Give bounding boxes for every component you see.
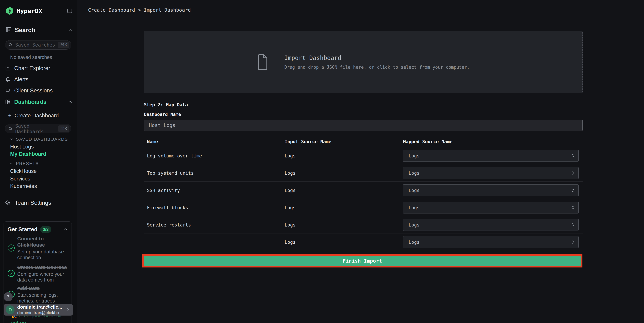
progress-badge: 3/3 [40, 226, 51, 233]
user-account-chip[interactable]: D dominic.tran@clic... dominic.tran@clic… [4, 304, 73, 315]
table-row: Top systemd units Logs Logs [144, 164, 582, 182]
shortcut-badge: ⌘K [58, 125, 69, 132]
table-row: Log volume over time Logs Logs [144, 147, 582, 164]
laptop-icon [5, 88, 10, 93]
user-name: dominic.tran@clic... [17, 304, 63, 310]
check-circle-icon [8, 270, 15, 277]
sidebar-item-host-logs[interactable]: Host Logs [10, 144, 34, 150]
get-started-item-connect[interactable]: Connect to ClickHouse Set up your databa… [8, 235, 68, 260]
finish-import-highlight: Finish Import [142, 254, 582, 267]
mapped-source-select[interactable]: Logs [403, 150, 578, 162]
sidebar-item-search[interactable]: Search [6, 27, 72, 34]
presets-header[interactable]: PRESETS [10, 161, 39, 166]
dashboard-name-input[interactable] [144, 120, 582, 131]
chevron-down-icon [10, 162, 13, 165]
import-dashboard-page: Import Dashboard Drag and drop a JSON fi… [144, 20, 582, 267]
row-input-source: Logs [284, 153, 296, 158]
divider [0, 109, 77, 109]
sidebar-item-label: Chart Explorer [14, 65, 50, 72]
saved-dashboards-header[interactable]: SAVED DASHBOARDS [10, 136, 68, 142]
sidebar-item-alerts[interactable]: Alerts [5, 76, 72, 83]
table-row: Firewall blocks Logs Logs [144, 199, 582, 216]
saved-dashboards-input[interactable]: Saved Dashboards ⌘K [5, 124, 71, 133]
sidebar-item-clickhouse[interactable]: ClickHouse [10, 168, 37, 174]
mapped-source-select[interactable]: Logs [403, 184, 578, 196]
bell-icon [5, 77, 10, 82]
sidebar-item-my-dashboard[interactable]: My Dashboard [10, 151, 46, 157]
selected-option: Logs [408, 188, 420, 193]
get-started-item-desc: Configure where your data comes from [17, 271, 68, 283]
collapse-sidebar-icon[interactable] [67, 8, 72, 14]
table-row: Logs Logs [144, 233, 582, 251]
user-email: dominic.tran@clickho... [17, 310, 63, 315]
chevron-up-icon [68, 28, 72, 32]
row-input-source: Logs [284, 170, 296, 176]
row-input-source: Logs [284, 239, 296, 245]
row-name: Service restarts [147, 222, 191, 227]
chevron-down-icon [10, 137, 13, 141]
get-started-item-desc: Set up your database connection [17, 249, 68, 260]
saved-searches-input[interactable]: Saved Searches ⌘K [5, 40, 71, 50]
json-dropzone[interactable]: Import Dashboard Drag and drop a JSON fi… [144, 31, 582, 93]
dashboards-icon [5, 99, 10, 105]
mapped-source-select[interactable]: Logs [403, 202, 578, 213]
saved-dashboards-placeholder: Saved Dashboards [15, 123, 58, 134]
selected-option: Logs [408, 239, 420, 245]
select-chevrons-icon [571, 170, 575, 176]
search-icon [8, 43, 13, 47]
search-icon [8, 127, 13, 131]
sidebar: HyperDX Search Saved Searches ⌘K No sav [0, 0, 77, 323]
chevron-right-icon [66, 307, 70, 312]
dropzone-subtitle: Drag and drop a JSON file here, or click… [284, 65, 470, 70]
row-name: SSH activity [147, 188, 180, 193]
dropzone-title: Import Dashboard [284, 55, 470, 61]
get-started-item-sources[interactable]: Create Data Sources Configure where your… [8, 264, 68, 283]
column-header-input-source: Input Source Name [284, 136, 331, 147]
sidebar-item-chart-explorer[interactable]: Chart Explorer [5, 65, 72, 72]
sidebar-item-services[interactable]: Services [10, 176, 30, 182]
select-chevrons-icon [571, 187, 575, 194]
presets-header-label: PRESETS [16, 161, 39, 166]
table-row: Service restarts Logs Logs [144, 216, 582, 233]
sidebar-item-label: Dashboards [14, 99, 46, 105]
chevron-up-icon [68, 100, 72, 104]
get-started-header[interactable]: Get Started 3/3 [8, 226, 68, 233]
row-input-source: Logs [284, 222, 296, 227]
get-started-item-add-data[interactable]: Add Data Start sending logs, metrics, or… [8, 285, 68, 304]
preset-link-label: ClickHouse [10, 168, 37, 174]
create-dashboard-label: Create Dashboard [14, 112, 59, 119]
mapped-source-select[interactable]: Logs [403, 167, 578, 179]
avatar: D [6, 305, 14, 314]
step-label: Step 2: Map Data [144, 102, 582, 108]
get-started-item-desc: Start sending logs, metrics, or traces [17, 292, 68, 304]
saved-searches-placeholder: Saved Searches [15, 42, 55, 48]
mapped-source-select[interactable]: Logs [403, 219, 578, 231]
no-saved-searches-text: No saved searches [10, 55, 52, 60]
sidebar-item-team-settings[interactable]: Team Settings [5, 199, 51, 206]
selected-option: Logs [408, 153, 420, 158]
get-started-item-title: Connect to ClickHouse [17, 235, 68, 248]
table-header: Name Input Source Name Mapped Source Nam… [144, 136, 582, 147]
finish-import-button[interactable]: Finish Import [144, 256, 581, 266]
topbar: Create Dashboard > Import Dashboard [77, 0, 644, 20]
chart-icon [5, 66, 10, 71]
get-started-title: Get Started [8, 226, 38, 233]
create-dashboard-button[interactable]: + Create Dashboard [8, 112, 59, 119]
breadcrumb[interactable]: Create Dashboard > Import Dashboard [88, 0, 191, 20]
select-chevrons-icon [571, 204, 575, 211]
sidebar-item-dashboards[interactable]: Dashboards [5, 98, 72, 106]
help-button[interactable]: ? [4, 292, 13, 301]
saved-dashboards-header-label: SAVED DASHBOARDS [16, 137, 68, 142]
sidebar-item-client-sessions[interactable]: Client Sessions [5, 87, 72, 94]
get-started-item-title: Create Data Sources [17, 264, 68, 270]
search-section-label: Search [15, 27, 35, 34]
brand-name: HyperDX [16, 8, 42, 15]
mapped-source-select[interactable]: Logs [403, 236, 578, 248]
sidebar-item-kubernetes[interactable]: Kubernetes [10, 183, 37, 189]
row-name: Firewall blocks [147, 205, 188, 210]
chevron-up-icon [64, 227, 68, 232]
file-icon [257, 54, 268, 70]
row-name: Log volume over time [147, 153, 202, 158]
selected-option: Logs [408, 205, 420, 210]
row-name: Top systemd units [147, 170, 194, 176]
